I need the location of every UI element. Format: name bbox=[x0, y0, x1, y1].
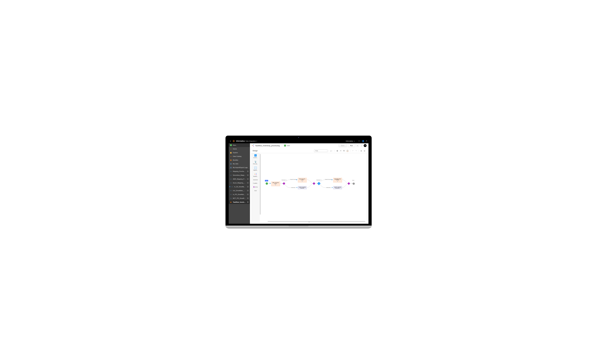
laptop-frame: ≡ Informatica Data Integration ▾ Informa… bbox=[226, 136, 372, 228]
decision-node-selected[interactable] bbox=[317, 182, 321, 185]
mapping-icon: ▭ bbox=[230, 174, 232, 176]
palette-ingest[interactable]: » Ingesti... bbox=[252, 166, 259, 172]
help-icon[interactable]: ? bbox=[366, 140, 367, 142]
close-icon[interactable]: × bbox=[247, 197, 249, 199]
sidebar-tab[interactable]: ▭ Serverless_Mappin... × bbox=[229, 173, 250, 177]
cut-icon[interactable]: ✂ bbox=[340, 150, 342, 152]
find-input[interactable] bbox=[314, 150, 327, 152]
decision-label: Decision 2 bbox=[316, 179, 322, 181]
trash-icon[interactable]: 🗑 bbox=[336, 150, 338, 152]
taskflow-icon: ◆ bbox=[230, 201, 232, 203]
titlebar: Taskflow_Inventroty_processing ✓ Valid S… bbox=[250, 143, 369, 148]
main: Taskflow_Inventroty_processing ✓ Valid S… bbox=[250, 143, 369, 224]
sidebar-item-bundles[interactable]: ▣ Bundles bbox=[229, 158, 250, 162]
close-icon[interactable]: × bbox=[247, 190, 249, 191]
palette-end[interactable]: End bbox=[252, 189, 259, 192]
palette-command[interactable]: >_ Comm... bbox=[252, 153, 259, 159]
tenant-dropdown[interactable]: Informatica ▾ bbox=[346, 140, 354, 142]
sidebar-tab[interactable]: ▭ m_S3_Snowflake_... × bbox=[229, 185, 250, 189]
flag-icon: ▶ bbox=[332, 179, 333, 180]
task-data-processing[interactable]: Data_processin g_DL ⊕ bbox=[271, 182, 280, 186]
sidebar-new[interactable]: + New... bbox=[229, 143, 250, 147]
valid-badge: ✓ Valid bbox=[282, 145, 290, 146]
subtask-icon bbox=[254, 173, 257, 175]
copy-icon[interactable]: ⧉ bbox=[343, 150, 345, 152]
taskflow-icon bbox=[252, 144, 254, 147]
alert-node[interactable]: ALERT_INCASE_ FAILURE 1 bbox=[333, 186, 342, 189]
zoom-out-icon[interactable]: ⊖ bbox=[363, 150, 366, 152]
sidebar-tab-active[interactable]: ◆ Taskflow_Inventrot... × bbox=[229, 200, 250, 204]
expand-icon[interactable]: ⊕ bbox=[334, 181, 341, 182]
paste-icon[interactable]: 📋 bbox=[346, 150, 349, 152]
scrollbar-vertical[interactable] bbox=[260, 154, 260, 215]
sidebar-item-logs[interactable]: ▤ My Import/Export Logs bbox=[229, 166, 250, 169]
close-icon[interactable]: × bbox=[247, 201, 249, 203]
sidebar-tab[interactable]: ▭ Azure_Mapping_P... × bbox=[229, 181, 250, 185]
scrollbar-horizontal[interactable] bbox=[267, 221, 365, 222]
mapping-icon: ▭ bbox=[231, 186, 233, 188]
logs-icon: ▤ bbox=[230, 167, 232, 168]
close-icon[interactable]: ✕ bbox=[364, 144, 367, 147]
start-node[interactable] bbox=[266, 182, 268, 185]
end-node[interactable] bbox=[353, 182, 355, 185]
close-icon[interactable]: × bbox=[247, 182, 249, 184]
run-button[interactable]: Run bbox=[348, 144, 355, 147]
flag-icon: ▶ bbox=[270, 182, 271, 184]
decision-label: Decision 1 bbox=[282, 179, 287, 181]
redo-icon[interactable]: ↷ bbox=[355, 150, 357, 152]
close-icon[interactable]: × bbox=[247, 194, 249, 195]
sidebar-tab[interactable]: ▭ AWS_Mapping_Pu... × bbox=[229, 177, 250, 181]
taskflow-title: Taskflow_Inventroty_processing bbox=[255, 145, 280, 147]
laptop-base bbox=[226, 226, 372, 228]
sidebar-tab[interactable]: ▭ m_PO_Snowflake_... × bbox=[229, 192, 250, 196]
sidebar-tab[interactable]: ▭ mct_Snowflake_Ad... × bbox=[229, 189, 250, 192]
sidebar-item-home[interactable]: ⌂ Home bbox=[229, 147, 250, 151]
undo-icon[interactable]: ↶ bbox=[352, 150, 354, 152]
satellite-icon: 📡 bbox=[254, 160, 257, 163]
sidebar-item-catalog[interactable]: ⫘ Data Catalog bbox=[229, 154, 250, 158]
svg-rect-4 bbox=[253, 146, 254, 146]
expand-icon[interactable]: ⊕ bbox=[272, 184, 279, 186]
alert-node[interactable]: ALERT_INCASE_ FAILURE bbox=[298, 186, 307, 189]
branch-label: Equals Sucess bbox=[290, 179, 296, 180]
sidebar-tab[interactable]: ▭ Mapping_Purchase... × bbox=[229, 169, 250, 173]
canvas[interactable]: Start ▶ Data_processin g_DL ⊕ Decision 1… bbox=[260, 153, 367, 223]
task-move-dw[interactable]: Move From DL to DW ⊕ bbox=[298, 178, 307, 182]
sidebar: + New... ⌂ Home ▆ Explore ⫘ Data Catalog bbox=[229, 143, 250, 224]
zoom-in-icon[interactable]: ⊕ bbox=[360, 150, 362, 152]
sidebar-item-explore[interactable]: ▆ Explore bbox=[229, 151, 250, 154]
close-icon[interactable]: × bbox=[247, 186, 249, 188]
start-label: Start bbox=[265, 180, 268, 182]
merge-node[interactable] bbox=[313, 182, 315, 185]
merge-node[interactable] bbox=[347, 182, 350, 185]
kebab-icon[interactable]: ⋮ bbox=[360, 144, 362, 147]
close-icon[interactable]: × bbox=[247, 174, 249, 176]
expand-icon[interactable]: ⊕ bbox=[299, 181, 306, 182]
sidebar-tab[interactable]: ▭ MCT_PO_Snowflak... × bbox=[229, 196, 250, 200]
palette-jump[interactable]: ↗ Jump bbox=[252, 185, 259, 189]
validate-icon[interactable]: ✓ bbox=[356, 144, 359, 147]
flag-icon: ⚑ bbox=[296, 187, 298, 188]
resize-handle[interactable]: ••• bbox=[308, 221, 310, 223]
app-root: ≡ Informatica Data Integration ▾ Informa… bbox=[229, 139, 369, 224]
sidebar-item-jobs[interactable]: ▤ My Jobs bbox=[229, 162, 250, 166]
flag-icon[interactable]: ⚐ bbox=[358, 140, 360, 142]
check-icon: ✓ bbox=[284, 145, 286, 146]
menu-icon[interactable]: ≡ bbox=[230, 140, 231, 142]
jump-icon: ↗ bbox=[253, 186, 254, 188]
user-icon[interactable]: 👤 bbox=[362, 140, 364, 142]
close-icon[interactable]: × bbox=[247, 171, 249, 172]
palette-decision[interactable]: Decision bbox=[252, 178, 259, 182]
save-button[interactable]: Save bbox=[339, 144, 346, 147]
palette-filewait[interactable]: 📡 File Wa... bbox=[252, 159, 259, 166]
task-aggregate[interactable]: Aggregate View on DW ⊕ bbox=[333, 178, 342, 182]
module-label[interactable]: Data Integration bbox=[245, 140, 256, 142]
home-icon: ⌂ bbox=[230, 148, 232, 150]
chevron-down-icon[interactable]: ▾ bbox=[256, 140, 257, 142]
collapse-icon[interactable]: |← bbox=[330, 150, 333, 152]
jobs-icon: ▤ bbox=[230, 163, 232, 165]
close-icon[interactable]: × bbox=[247, 178, 249, 180]
palette-subtask[interactable]: Subtas... bbox=[252, 172, 259, 178]
palette-parallel[interactable]: Parallel... bbox=[252, 182, 259, 185]
decision-node[interactable] bbox=[283, 182, 285, 185]
